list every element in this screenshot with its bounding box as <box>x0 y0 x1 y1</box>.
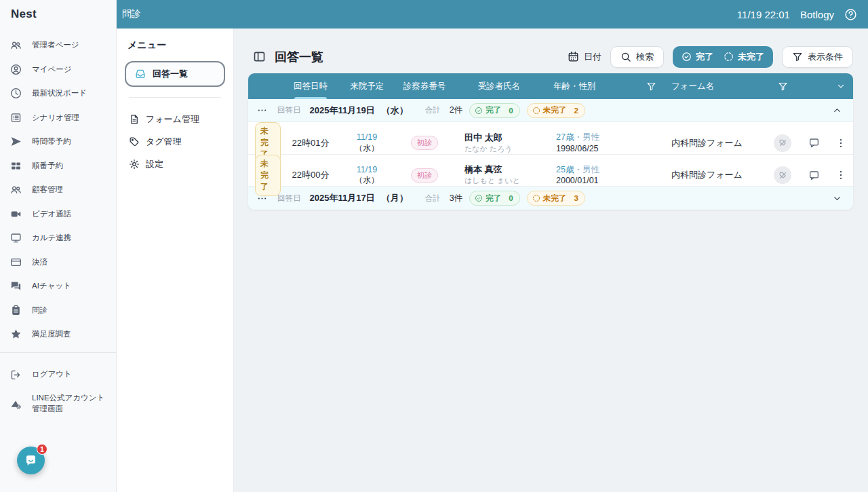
topbar-account[interactable]: Botlogy <box>800 9 834 20</box>
sidebar-item-label: 満足度調査 <box>32 329 71 339</box>
sidebar-item-label: 問診 <box>32 305 47 316</box>
sidebar-item-12[interactable]: 満足度調査 <box>0 322 116 347</box>
group-menu-button[interactable] <box>257 193 267 204</box>
row-menu-button[interactable] <box>829 138 853 149</box>
video-icon <box>10 208 22 220</box>
sidebar-item-label: 時間帯予約 <box>32 136 71 147</box>
answer-row[interactable]: 未完了 22時01分 11/19（水） 初診 田中 太郎たなか たろう 27歳・… <box>248 122 853 155</box>
chevron-down-icon[interactable] <box>836 81 846 91</box>
logout-icon <box>10 369 22 381</box>
sidebar-item-11[interactable]: 問診 <box>0 299 116 323</box>
menu-item-answers[interactable]: 回答一覧 <box>125 61 225 87</box>
sidebar-item-8[interactable]: カルテ連携 <box>0 226 116 250</box>
column-header-age[interactable]: 年齢・性別 <box>542 81 637 92</box>
column-header-datetime[interactable]: 回答日時 <box>281 73 340 99</box>
dashed-circle-icon <box>532 107 540 115</box>
visit-type-badge: 初診 <box>411 168 438 183</box>
sidebar-nav: 管理者ページマイページ最新状況ボードシナリオ管理時間帯予約順番予約顧客管理ビデオ… <box>0 29 116 347</box>
sidebar-footer-item-1[interactable]: LINE公式アカウント 管理画面 <box>0 387 116 421</box>
visit-type-badge: 初診 <box>411 136 438 150</box>
comment-icon[interactable] <box>808 170 820 181</box>
row-menu-button[interactable] <box>829 170 853 181</box>
kebab-icon[interactable] <box>835 138 846 149</box>
status-filter-toggle[interactable]: 完了 未完了 <box>673 46 773 68</box>
sidebar-item-0[interactable]: 管理者ページ <box>0 33 116 58</box>
age-filter[interactable] <box>637 81 665 92</box>
chevron-down-icon[interactable] <box>832 193 842 204</box>
kebab-icon[interactable] <box>835 170 846 181</box>
panel-toggle-icon[interactable] <box>253 50 266 63</box>
sidebar-item-7[interactable]: ビデオ通話 <box>0 202 116 227</box>
group-date: 2025年11月17日 <box>310 192 375 204</box>
search-button[interactable]: 検索 <box>610 46 664 68</box>
monitor-icon <box>10 232 22 244</box>
menu-divider <box>129 97 221 98</box>
sidebar-item-1[interactable]: マイページ <box>0 58 116 82</box>
tag-slash-icon[interactable] <box>778 171 787 180</box>
visit-date: 11/19（水） <box>340 132 393 153</box>
sidebar-item-10[interactable]: AIチャット <box>0 274 116 299</box>
visit-date: 11/19（水） <box>340 165 393 186</box>
topbar: 問診 11/19 22:01 Botlogy <box>117 0 868 29</box>
menu-item-label: フォーム管理 <box>146 113 199 126</box>
column-header-patient[interactable]: 受診者氏名 <box>456 81 542 92</box>
form-filter[interactable] <box>766 81 799 92</box>
group-menu-button[interactable] <box>257 105 267 115</box>
sidebar-footer-item-0[interactable]: ログアウト <box>0 363 116 387</box>
sidebar-item-4[interactable]: 時間帯予約 <box>0 130 116 154</box>
column-header-form[interactable]: フォーム名 <box>665 81 766 92</box>
menu-item-label: 回答一覧 <box>153 68 188 80</box>
date-filter-label: 日付 <box>584 51 601 63</box>
answers-table: 回答日時 来院予定 診察券番号 受診者氏名 年齢・性別 フォーム名 回答日 20… <box>248 73 853 210</box>
sidebar-item-label: AIチャット <box>32 281 71 291</box>
sidebar-item-5[interactable]: 順番予約 <box>0 154 116 178</box>
column-header-visit[interactable]: 来院予定 <box>340 81 393 92</box>
patient-name: 橋本 真弦はしもと まいと <box>456 164 542 185</box>
form-name: 内科問診フォーム <box>665 169 766 181</box>
gear-icon <box>129 159 140 170</box>
status-badge: 未完了 <box>255 155 281 196</box>
tag-button[interactable] <box>774 166 791 184</box>
menu-item-2[interactable]: 設定 <box>125 153 225 175</box>
tag-button[interactable] <box>774 134 791 152</box>
answer-time: 22時00分 <box>281 169 340 181</box>
pending-label: 未完了 <box>738 51 764 63</box>
comment-icon[interactable] <box>808 137 820 149</box>
sidebar-footer-nav: ログアウトLINE公式アカウント 管理画面 <box>0 358 116 421</box>
form-name: 内科問診フォーム <box>665 137 766 149</box>
clock-icon <box>10 88 22 99</box>
sidebar-item-3[interactable]: シナリオ管理 <box>0 106 116 130</box>
ellipsis-icon[interactable] <box>257 193 267 204</box>
chat-widget-button[interactable]: 1 <box>17 447 45 474</box>
comment-button[interactable] <box>799 170 829 181</box>
display-conditions-button[interactable]: 表示条件 <box>782 46 853 68</box>
help-icon[interactable] <box>844 8 857 21</box>
answer-row[interactable]: 未完了 22時00分 11/19（水） 初診 橋本 真弦はしもと まいと 25歳… <box>248 155 853 187</box>
chevron-up-icon[interactable] <box>832 105 842 115</box>
menu-item-0[interactable]: フォーム管理 <box>125 108 225 130</box>
tag-slash-icon[interactable] <box>778 138 787 147</box>
group-toggle-button[interactable] <box>832 193 842 204</box>
menu-item-1[interactable]: タグ管理 <box>125 130 225 153</box>
comment-button[interactable] <box>799 137 829 149</box>
collapse-all[interactable] <box>829 81 853 91</box>
group-pending-pill: 未完了 3 <box>527 191 585 206</box>
status-filter-done[interactable]: 完了 <box>682 51 713 63</box>
sidebar-item-9[interactable]: 決済 <box>0 250 116 275</box>
search-icon <box>620 52 631 62</box>
funnel-icon[interactable] <box>778 81 788 92</box>
menu-panel: メニュー 回答一覧フォーム管理タグ管理設定 <box>117 29 234 492</box>
sidebar-item-label: ビデオ通話 <box>32 209 71 219</box>
ellipsis-icon[interactable] <box>257 105 267 115</box>
date-filter-button[interactable]: 日付 <box>568 46 601 68</box>
funnel-icon[interactable] <box>646 81 656 92</box>
column-header-ticket[interactable]: 診察券番号 <box>393 81 456 92</box>
document-icon <box>129 114 140 125</box>
group-toggle-button[interactable] <box>832 105 842 115</box>
group-weekday: （月） <box>382 192 408 204</box>
menu-title: メニュー <box>127 39 225 52</box>
sidebar-item-6[interactable]: 顧客管理 <box>0 178 116 202</box>
done-label: 完了 <box>696 51 713 63</box>
status-filter-pending[interactable]: 未完了 <box>724 51 764 63</box>
sidebar-item-2[interactable]: 最新状況ボード <box>0 81 116 106</box>
